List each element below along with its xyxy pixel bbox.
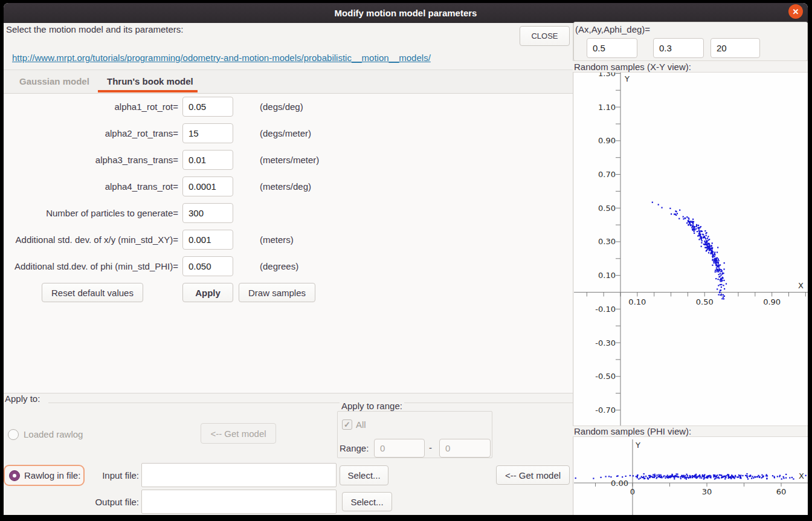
param-unit: (meters) bbox=[260, 235, 294, 245]
param-label: alpha3_trans_trans= bbox=[4, 155, 178, 165]
param-unit: (degs/meter) bbox=[260, 128, 311, 138]
svg-text:-0.50: -0.50 bbox=[595, 372, 616, 381]
get-model-button-disabled[interactable]: <-- Get model bbox=[201, 423, 276, 444]
svg-text:-0.70: -0.70 bbox=[595, 406, 616, 415]
ay-input[interactable] bbox=[653, 38, 704, 58]
close-icon: ✕ bbox=[793, 7, 799, 16]
loaded-rawlog-label: Loaded rawlog bbox=[24, 429, 83, 439]
form-row: Number of particles to generate= bbox=[4, 199, 573, 226]
apply-button[interactable]: Apply bbox=[182, 283, 233, 302]
titlebar[interactable]: Modify motion model parameters bbox=[4, 3, 808, 23]
range-from-input[interactable] bbox=[374, 439, 425, 458]
param-label: alpha1_rot_rot= bbox=[4, 102, 178, 112]
loaded-rawlog-radio[interactable] bbox=[8, 429, 19, 440]
range-dash: - bbox=[429, 442, 432, 453]
param-unit: (degrees) bbox=[260, 261, 298, 271]
apply-to-group-border bbox=[48, 403, 573, 403]
all-checkbox-label: All bbox=[356, 419, 366, 430]
reset-defaults-button[interactable]: Reset default values bbox=[42, 283, 143, 302]
form-row: Additional std.dev. of phi (min_std_PHI)… bbox=[4, 253, 573, 279]
close-dialog-button[interactable]: CLOSE bbox=[520, 26, 570, 46]
param-unit: (meters/deg) bbox=[260, 181, 311, 192]
active-tab-indicator bbox=[98, 90, 198, 92]
svg-text:Y: Y bbox=[635, 441, 640, 450]
svg-text:60: 60 bbox=[776, 487, 787, 496]
svg-text:0.50: 0.50 bbox=[598, 204, 616, 213]
rawlog-in-file-radio[interactable] bbox=[9, 470, 20, 481]
output-file-field[interactable] bbox=[141, 490, 337, 514]
param-label: Additional std. dev. of x/y (min_std_XY)… bbox=[4, 235, 178, 245]
xy-samples-chart[interactable]: 0.100.500.901.301.100.900.700.500.300.10… bbox=[574, 73, 808, 426]
window-title: Modify motion model parameters bbox=[335, 8, 477, 18]
min-std-xy-input[interactable] bbox=[182, 230, 233, 250]
phi-samples-chart[interactable]: 030600.00YX bbox=[574, 437, 808, 515]
input-file-field[interactable] bbox=[141, 463, 337, 487]
tutorial-link[interactable]: http://www.mrpt.org/tutorials/programmin… bbox=[12, 53, 431, 63]
xy-view-title: Random samples (X-Y view): bbox=[573, 60, 808, 73]
alpha3-input[interactable] bbox=[182, 150, 233, 170]
svg-text:0.90: 0.90 bbox=[598, 136, 616, 145]
phi-view-title: Random samples (PHI view): bbox=[573, 426, 808, 437]
svg-text:0.30: 0.30 bbox=[598, 237, 616, 246]
draw-samples-button[interactable]: Draw samples bbox=[239, 283, 315, 302]
parameter-form: alpha1_rot_rot= (degs/deg) alpha2_rot_tr… bbox=[4, 93, 573, 279]
range-label: Range: bbox=[340, 443, 369, 453]
form-row: alpha1_rot_rot= (degs/deg) bbox=[4, 93, 573, 120]
alpha1-input[interactable] bbox=[182, 97, 233, 117]
param-label: alpha4_trans_rot= bbox=[4, 181, 178, 192]
phi-view-title-text: Random samples (PHI view): bbox=[574, 426, 691, 436]
particles-input[interactable] bbox=[182, 203, 233, 223]
svg-text:1.10: 1.10 bbox=[598, 103, 616, 112]
param-label: Number of particles to generate= bbox=[4, 208, 178, 218]
param-unit: (degs/deg) bbox=[260, 102, 303, 112]
ax-input[interactable] bbox=[587, 38, 637, 58]
instruction-label: Select the motion model and its paramete… bbox=[6, 24, 183, 34]
pose-increment-label: (Ax,Ay,Aphi_deg)= bbox=[575, 24, 650, 34]
apply-to-group-label: Apply to: bbox=[5, 393, 40, 404]
min-std-phi-input[interactable] bbox=[182, 256, 233, 276]
alpha2-input[interactable] bbox=[182, 123, 233, 143]
svg-text:0.10: 0.10 bbox=[598, 271, 616, 280]
param-unit: (meters/meter) bbox=[260, 155, 319, 165]
window-close-button[interactable]: ✕ bbox=[788, 4, 803, 19]
svg-text:1.30: 1.30 bbox=[598, 73, 616, 78]
output-file-label: Output file: bbox=[36, 497, 139, 507]
aphi-input[interactable] bbox=[710, 38, 760, 58]
radio-dot bbox=[13, 474, 16, 477]
svg-text:30: 30 bbox=[702, 487, 712, 496]
svg-text:X: X bbox=[798, 281, 804, 290]
select-input-file-button[interactable]: Select... bbox=[340, 465, 388, 485]
input-file-label: Input file: bbox=[36, 470, 139, 481]
select-output-file-button[interactable]: Select... bbox=[342, 492, 392, 511]
form-row: alpha4_trans_rot= (meters/deg) bbox=[4, 173, 573, 199]
get-model-button[interactable]: <-- Get model bbox=[496, 465, 570, 485]
svg-text:Y: Y bbox=[624, 74, 630, 83]
apply-to-range-label: Apply to range: bbox=[340, 401, 404, 411]
svg-text:0.90: 0.90 bbox=[763, 297, 781, 306]
svg-text:0: 0 bbox=[630, 487, 635, 496]
xy-view-title-text: Random samples (X-Y view): bbox=[574, 62, 691, 72]
param-label: Additional std.dev. of phi (min_std_PHI)… bbox=[4, 261, 178, 271]
svg-text:0.50: 0.50 bbox=[696, 297, 714, 306]
tab-gaussian-model[interactable]: Gaussian model bbox=[19, 70, 89, 93]
svg-text:-0.30: -0.30 bbox=[595, 338, 616, 348]
svg-text:0.70: 0.70 bbox=[598, 170, 616, 179]
svg-text:0.10: 0.10 bbox=[628, 297, 646, 306]
range-to-input[interactable] bbox=[439, 439, 491, 458]
param-label: alpha2_rot_trans= bbox=[4, 128, 178, 138]
form-row: alpha2_rot_trans= (degs/meter) bbox=[4, 120, 573, 146]
svg-text:0.00: 0.00 bbox=[611, 479, 628, 488]
svg-text:X: X bbox=[799, 471, 804, 481]
all-checkbox[interactable]: ✓ bbox=[342, 419, 352, 430]
form-row: alpha3_trans_trans= (meters/meter) bbox=[4, 146, 573, 173]
form-row: Additional std. dev. of x/y (min_std_XY)… bbox=[4, 226, 573, 253]
svg-text:-0.10: -0.10 bbox=[595, 305, 616, 314]
check-icon: ✓ bbox=[344, 420, 350, 429]
alpha4-input[interactable] bbox=[182, 176, 233, 196]
